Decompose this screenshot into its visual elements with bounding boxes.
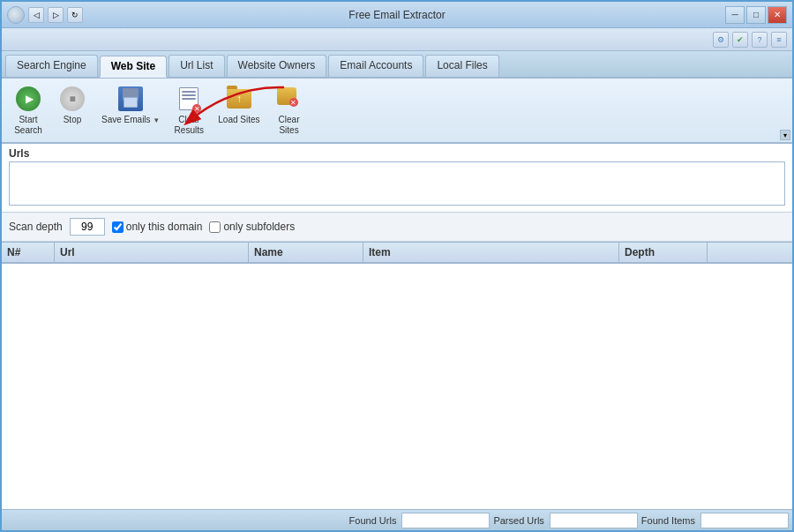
load-sites-icon: ↑ — [225, 85, 253, 113]
tab-local-files[interactable]: Local Files — [425, 55, 498, 77]
col-item: Item — [363, 243, 619, 262]
col-n: N# — [2, 243, 55, 262]
close-button[interactable]: ✕ — [768, 6, 787, 24]
start-search-button[interactable]: Start Search — [9, 82, 48, 139]
clear-sites-icon: ✕ — [275, 85, 303, 113]
tab-website-owners[interactable]: Website Owners — [227, 55, 327, 77]
urls-input[interactable] — [9, 161, 785, 206]
clear-sites-label: Clear Sites — [279, 115, 300, 136]
found-items-label: Found Items — [641, 515, 695, 526]
clear-results-icon: ✕ — [175, 85, 203, 113]
ribbon-expand-button[interactable]: ▾ — [780, 130, 790, 140]
title-bar-left: ◁ ▷ ↻ — [7, 6, 83, 24]
play-circle — [16, 86, 41, 111]
found-urls-value — [401, 513, 490, 528]
save-icon — [116, 85, 145, 113]
folder-arrow-icon: ↑ — [236, 93, 242, 105]
tab-bar: Search Engine Web Site Url List Website … — [2, 51, 792, 79]
save-emails-label: Save Emails ▼ — [101, 115, 160, 125]
window-title: Free Email Extractor — [348, 9, 445, 21]
col-url: Url — [55, 243, 249, 262]
content-area: Urls Scan depth only this domain only su… — [2, 144, 792, 509]
start-search-label: Start Search — [14, 115, 42, 136]
col-depth: Depth — [619, 243, 708, 262]
stop-circle — [60, 86, 85, 111]
found-urls-label: Found Urls — [349, 515, 397, 526]
main-window: ◁ ▷ ↻ Free Email Extractor ─ □ ✕ ⚙ ✔ ? ≡… — [0, 0, 794, 532]
window-controls: ─ □ ✕ — [725, 6, 787, 24]
only-this-domain-label[interactable]: only this domain — [112, 221, 203, 233]
urls-label: Urls — [9, 147, 785, 160]
scan-depth-input[interactable] — [70, 218, 105, 236]
minimize-button[interactable]: ─ — [725, 6, 745, 24]
parsed-urls-value — [550, 513, 638, 528]
tab-email-accounts[interactable]: Email Accounts — [328, 55, 423, 77]
ok-icon[interactable]: ✔ — [732, 32, 748, 48]
only-this-domain-checkbox[interactable] — [112, 221, 124, 233]
tab-search-engine[interactable]: Search Engine — [5, 55, 98, 77]
back-icon[interactable]: ◁ — [28, 7, 44, 23]
title-bar: ◁ ▷ ↻ Free Email Extractor ─ □ ✕ — [2, 2, 792, 28]
doc-line-1 — [182, 91, 196, 93]
save-dropdown-arrow: ▼ — [153, 116, 160, 124]
folder-icon: ↑ — [227, 89, 251, 109]
scan-options: Scan depth only this domain only subfold… — [2, 213, 792, 242]
clear-sites-button[interactable]: ✕ Clear Sites — [270, 82, 309, 139]
doc-line-2 — [182, 94, 196, 96]
stop-button[interactable]: Stop — [53, 82, 92, 128]
play-icon — [14, 85, 42, 113]
clear-results-label: Clear Results — [175, 115, 204, 136]
table-header: N# Url Name Item Depth — [2, 242, 792, 264]
stop-icon — [58, 85, 86, 113]
forward-icon[interactable]: ▷ — [48, 7, 64, 23]
stop-label: Stop — [64, 115, 82, 125]
scan-depth-label: Scan depth — [9, 221, 63, 233]
table-body — [2, 264, 792, 509]
settings-icon[interactable]: ⚙ — [713, 32, 729, 48]
save-inner — [118, 86, 143, 111]
app-icon — [7, 6, 25, 24]
doc-line-3 — [182, 98, 196, 100]
clear-results-button[interactable]: ✕ Clear Results — [169, 82, 208, 139]
load-sites-label: Load Sites — [218, 115, 259, 125]
only-subfolders-label[interactable]: only subfolders — [209, 221, 295, 233]
menu-icon[interactable]: ≡ — [771, 32, 787, 48]
only-subfolders-checkbox[interactable] — [209, 221, 221, 233]
refresh-icon[interactable]: ↻ — [67, 7, 83, 23]
help-icon[interactable]: ? — [752, 32, 768, 48]
urls-section: Urls — [2, 144, 792, 213]
found-items-value — [700, 513, 789, 528]
parsed-urls-label: Parsed Urls — [493, 515, 543, 526]
col-name: Name — [249, 243, 363, 262]
doc-icon: ✕ — [179, 87, 198, 110]
restore-button[interactable]: □ — [746, 6, 766, 24]
top-toolbar: ⚙ ✔ ? ≡ — [2, 28, 792, 51]
load-sites-button[interactable]: ↑ Load Sites — [213, 82, 264, 128]
ribbon: Start Search Stop Save Emails ▼ — [2, 79, 792, 144]
status-bar: Found Urls Parsed Urls Found Items — [2, 509, 792, 530]
tab-url-list[interactable]: Url List — [169, 55, 224, 77]
save-emails-button[interactable]: Save Emails ▼ — [97, 82, 164, 128]
tab-web-site[interactable]: Web Site — [100, 56, 167, 78]
